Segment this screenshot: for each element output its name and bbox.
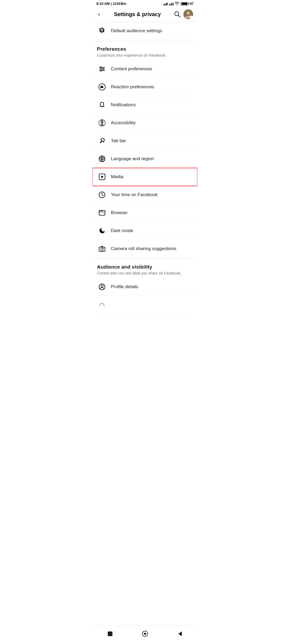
- wifi-icon: [175, 2, 179, 6]
- setting-label-media: Media: [111, 174, 123, 180]
- svg-point-31: [101, 211, 102, 211]
- globe-icon: [97, 154, 107, 164]
- setting-item-media[interactable]: Media: [93, 168, 197, 186]
- pin-icon: [97, 136, 107, 146]
- audience-title: Audience and visibility: [97, 264, 193, 270]
- setting-item-camera-roll[interactable]: Camera roll sharing suggestions: [93, 240, 197, 258]
- back-button[interactable]: ‹: [97, 10, 101, 19]
- setting-item-accessibility[interactable]: Accessibility: [93, 114, 197, 132]
- setting-item-dark-mode[interactable]: Dark mode: [93, 222, 197, 240]
- setting-label-accessibility: Accessibility: [111, 120, 136, 126]
- setting-label-notifications: Notifications: [111, 102, 136, 108]
- page-title: Settings & privacy: [114, 11, 161, 17]
- setting-item-content-preferences[interactable]: Content preferences: [93, 60, 197, 78]
- setting-label-content-preferences: Content preferences: [111, 66, 152, 72]
- battery-icon: 97: [180, 2, 194, 6]
- avatar[interactable]: ⌄: [183, 9, 193, 19]
- svg-point-34: [101, 248, 103, 251]
- browser-window-icon: [97, 208, 107, 218]
- setting-item-reaction-preferences[interactable]: Reaction preferences: [93, 78, 197, 96]
- preferences-section-header: Preferences Customize your experience on…: [93, 42, 197, 60]
- svg-point-32: [102, 211, 103, 211]
- signal-icon-2: [169, 2, 173, 5]
- svg-line-27: [102, 195, 103, 196]
- setting-label-dark-mode: Dark mode: [111, 228, 133, 233]
- profile-circle-icon: [97, 282, 107, 292]
- search-icon[interactable]: [174, 11, 181, 18]
- svg-point-35: [104, 248, 104, 248]
- setting-label-camera-roll: Camera roll sharing suggestions: [111, 246, 176, 251]
- settings-content: Default audience settings Preferences Cu…: [93, 22, 197, 335]
- partial-icon: [97, 300, 107, 310]
- svg-point-30: [100, 211, 100, 211]
- setting-item-partial[interactable]: [93, 296, 197, 314]
- svg-point-12: [100, 70, 102, 71]
- camera-icon: [97, 244, 107, 254]
- setting-item-language-region[interactable]: Language and region: [93, 150, 197, 168]
- bell-icon: [97, 100, 107, 110]
- nav-bar: ‹ Settings & privacy ⌄: [93, 7, 197, 22]
- setting-label-time-on-facebook: Your time on Facebook: [111, 192, 158, 197]
- svg-point-10: [100, 67, 102, 68]
- setting-label-browser: Browser: [111, 210, 128, 215]
- thumbs-up-circle-icon: [97, 82, 107, 92]
- divider-2: [93, 259, 197, 259]
- setting-item-default-audience[interactable]: Default audience settings: [93, 22, 197, 40]
- svg-line-1: [178, 15, 180, 17]
- svg-point-3: [187, 12, 190, 15]
- setting-label-tab-bar: Tab bar: [111, 138, 126, 144]
- sliders-icon: [97, 64, 107, 74]
- preferences-title: Preferences: [97, 46, 193, 52]
- setting-item-notifications[interactable]: Notifications: [93, 96, 197, 114]
- svg-rect-14: [100, 86, 101, 88]
- accessibility-icon: [97, 118, 107, 128]
- play-square-icon: [97, 172, 107, 182]
- audience-subtitle: Control who can see what you share on Fa…: [97, 271, 193, 275]
- setting-item-time-on-facebook[interactable]: Your time on Facebook: [93, 186, 197, 204]
- signal-icon-1: [163, 2, 168, 5]
- setting-label-profile-details: Profile details: [111, 284, 138, 290]
- gear-audience-icon: [97, 26, 107, 36]
- moon-icon: [97, 226, 107, 236]
- status-time-speed: 9:10 AM | 121KB/s: [96, 2, 126, 6]
- divider-1: [93, 41, 197, 41]
- setting-label-language-region: Language and region: [111, 156, 154, 162]
- svg-point-37: [101, 285, 103, 287]
- svg-point-11: [103, 68, 104, 70]
- status-icons: 97: [163, 2, 194, 6]
- audience-section-header: Audience and visibility Control who can …: [93, 260, 197, 278]
- svg-line-19: [102, 123, 103, 126]
- setting-item-browser[interactable]: Browser: [93, 204, 197, 222]
- svg-marker-24: [101, 175, 104, 178]
- nav-icons: ⌄: [174, 9, 193, 19]
- setting-item-profile-details[interactable]: Profile details: [93, 278, 197, 296]
- preferences-subtitle: Customize your experience on Facebook.: [97, 53, 193, 57]
- clock-icon: [97, 190, 107, 200]
- setting-item-tab-bar[interactable]: Tab bar: [93, 132, 197, 150]
- svg-rect-33: [99, 247, 105, 251]
- setting-label-default-audience: Default audience settings: [111, 28, 162, 34]
- setting-label-reaction-preferences: Reaction preferences: [111, 84, 154, 90]
- status-bar: 9:10 AM | 121KB/s: [93, 0, 197, 7]
- svg-text:⌄: ⌄: [190, 16, 192, 19]
